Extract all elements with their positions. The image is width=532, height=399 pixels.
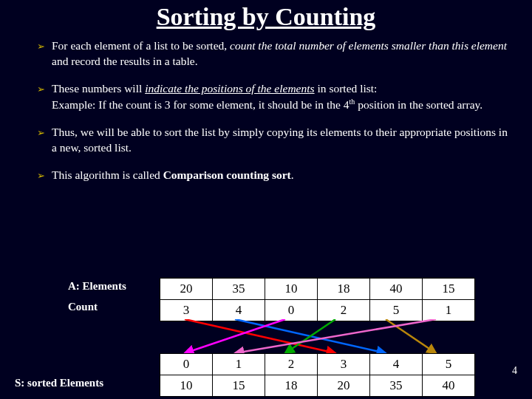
- cell: 3: [160, 300, 213, 321]
- cell: 35: [213, 279, 265, 300]
- cell: 1: [213, 354, 265, 375]
- svg-line-0: [185, 319, 335, 353]
- label-count: Count: [68, 301, 98, 313]
- bullet-list: For each element of a list to be sorted,…: [0, 38, 532, 183]
- cell: 3: [318, 354, 370, 375]
- text: position in the sorted array.: [355, 98, 482, 111]
- cell: 4: [370, 354, 423, 375]
- text-bold: Comparison counting sort: [163, 168, 291, 181]
- cell: 2: [265, 354, 318, 375]
- svg-line-2: [185, 319, 285, 353]
- text: These numbers will: [52, 82, 145, 95]
- cell: 1: [423, 300, 475, 321]
- cell: 20: [160, 279, 213, 300]
- table-row: 10 15 18 20 35 40: [160, 375, 475, 397]
- label-sorted-elements: S: sorted Elements: [15, 377, 103, 389]
- bullet-3: Thus, we will be able to sort the list b…: [37, 125, 511, 156]
- cell: 2: [318, 300, 370, 321]
- text: in sorted list:: [315, 82, 378, 95]
- cell: 15: [423, 279, 475, 300]
- text: and record the results in a table.: [52, 55, 198, 67]
- text-italic: count the total number of elements small…: [230, 39, 507, 52]
- cell: 10: [160, 375, 213, 397]
- cell: 20: [318, 375, 370, 397]
- svg-line-3: [285, 319, 335, 353]
- cell: 15: [213, 375, 265, 397]
- cell: 0: [160, 354, 213, 375]
- svg-line-5: [235, 319, 436, 353]
- cell: 4: [213, 300, 265, 321]
- table-row: 0 1 2 3 4 5: [160, 354, 475, 375]
- cell: 40: [370, 279, 423, 300]
- text: Example: If the count is 3 for some elem…: [52, 98, 349, 111]
- table-sorted: 0 1 2 3 4 5 10 15 18 20 35 40: [160, 353, 475, 397]
- svg-line-1: [235, 319, 386, 353]
- cell: 0: [265, 300, 318, 321]
- table-row: 20 35 10 18 40 15: [160, 279, 475, 300]
- text-italic-underline: indicate the positions of the elements: [145, 82, 314, 95]
- bullet-4: This algorithm is called Comparison coun…: [37, 168, 511, 183]
- cell: 18: [265, 375, 318, 397]
- page-title: Sorting by Counting: [0, 3, 532, 31]
- svg-line-4: [386, 319, 436, 353]
- text: For each element of a list to be sorted,: [52, 39, 230, 52]
- mapping-arrows: [160, 319, 461, 353]
- cell: 10: [265, 279, 318, 300]
- table-row: 3 4 0 2 5 1: [160, 300, 475, 321]
- cell: 18: [318, 279, 370, 300]
- text: Thus, we will be able to sort the list b…: [52, 126, 508, 154]
- cell: 35: [370, 375, 423, 397]
- label-a-elements: A: Elements: [68, 280, 126, 293]
- bullet-2: These numbers will indicate the position…: [37, 81, 511, 113]
- text: .: [291, 168, 294, 181]
- table-elements-count: 20 35 10 18 40 15 3 4 0 2 5 1: [160, 278, 475, 321]
- cell: 5: [423, 354, 475, 375]
- text: This algorithm is called: [52, 168, 163, 181]
- cell: 5: [370, 300, 423, 321]
- page-number: 4: [512, 365, 517, 377]
- bullet-1: For each element of a list to be sorted,…: [37, 38, 511, 69]
- cell: 40: [423, 375, 475, 397]
